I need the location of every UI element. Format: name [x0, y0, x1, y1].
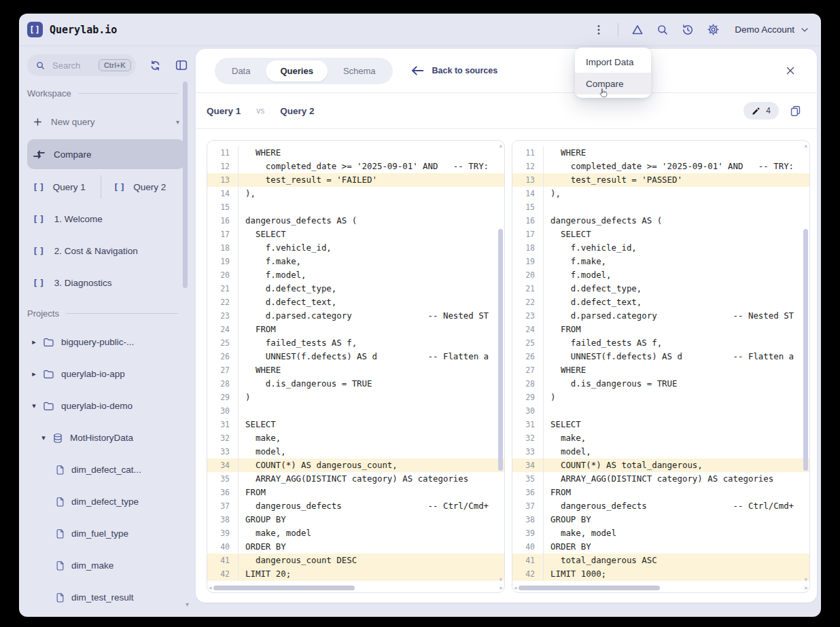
gear-icon[interactable]: [705, 22, 720, 37]
code-line[interactable]: 40ORDER BY: [512, 540, 809, 554]
new-query-button[interactable]: New query ▾: [27, 106, 196, 138]
code-line[interactable]: 34 COUNT(*) AS total_dangerous,: [512, 459, 809, 472]
menu-item-compare[interactable]: Compare: [575, 73, 651, 94]
code-line[interactable]: 29): [207, 391, 504, 404]
code-line[interactable]: 38GROUP BY: [207, 513, 504, 526]
code-line[interactable]: 23 d.parsed.category -- Nested ST: [207, 309, 504, 323]
query-1-editor[interactable]: 11 WHERE12 completed_date >= '2025-09-01…: [207, 140, 505, 593]
code-line[interactable]: 19 f.make,: [512, 255, 809, 268]
vertical-scrollbar[interactable]: [498, 229, 503, 471]
scroll-right-icon[interactable]: ▸: [805, 585, 808, 591]
caret-down-icon[interactable]: ▾: [39, 433, 48, 442]
close-icon[interactable]: [784, 65, 797, 77]
sidebar-scroll-down-icon[interactable]: ▾: [186, 601, 189, 608]
code-line[interactable]: 22 d.defect_text,: [207, 295, 504, 309]
tree-item-folder[interactable]: ▸querylab-io-app: [27, 358, 196, 390]
search-box[interactable]: Ctrl+K: [27, 54, 136, 76]
code-line[interactable]: 29): [512, 391, 809, 404]
edit-count-button[interactable]: 4: [743, 102, 779, 120]
code-line[interactable]: 23 d.parsed.category -- Nested ST: [512, 309, 809, 323]
code-line[interactable]: 42LIMIT 1000;: [512, 567, 809, 581]
sidebar-item-query-2[interactable]: [] Query 2: [113, 182, 167, 192]
tab-queries[interactable]: Queries: [266, 60, 327, 82]
tree-item-folder[interactable]: ▸bigquery-public-...: [27, 326, 196, 358]
code-line[interactable]: 21 d.defect_type,: [207, 282, 504, 295]
code-line[interactable]: 33 model,: [207, 445, 504, 459]
code-line[interactable]: 31SELECT: [512, 418, 809, 431]
code-line[interactable]: 30: [207, 404, 504, 418]
caret-down-icon[interactable]: ▾: [30, 401, 38, 410]
code-line[interactable]: 15: [207, 200, 504, 214]
code-line[interactable]: 12 completed_date >= '2025-09-01' AND --…: [207, 160, 504, 173]
account-menu[interactable]: Demo Account: [735, 24, 810, 35]
query-2-editor[interactable]: 11 WHERE12 completed_date >= '2025-09-01…: [512, 140, 810, 593]
code-line[interactable]: 18 f.vehicle_id,: [512, 241, 809, 255]
tree-item-table[interactable]: dim_test_result: [27, 581, 196, 613]
code-line[interactable]: 40ORDER BY: [207, 540, 504, 554]
code-line[interactable]: 37 dangerous_defects -- Ctrl/Cmd+: [207, 499, 504, 513]
back-to-sources-link[interactable]: Back to sources: [410, 65, 498, 76]
code-line[interactable]: 14),: [512, 187, 809, 200]
tab-data[interactable]: Data: [217, 60, 264, 82]
tree-item-database[interactable]: ▾MotHistoryData: [27, 422, 196, 454]
code-line[interactable]: 19 f.make,: [207, 255, 504, 268]
vertical-scrollbar[interactable]: [803, 229, 808, 471]
code-line[interactable]: 41 dangerous_count DESC: [207, 554, 504, 567]
code-line[interactable]: 20 f.model,: [512, 268, 809, 282]
sidebar-item-cost-navigation[interactable]: [] 2. Cost & Navigation: [27, 235, 196, 267]
code-line[interactable]: 18 f.vehicle_id,: [207, 241, 504, 255]
code-line[interactable]: 26 UNNEST(f.defects) AS d -- Flatten a: [512, 350, 809, 363]
tree-item-table[interactable]: dim_defect_cat...: [27, 454, 196, 486]
tab-schema[interactable]: Schema: [329, 60, 390, 82]
code-line[interactable]: 32 make,: [512, 431, 809, 445]
code-line[interactable]: 30: [512, 404, 809, 418]
code-line[interactable]: 20 f.model,: [207, 268, 504, 282]
code-line[interactable]: 12 completed_date >= '2025-09-01' AND --…: [512, 160, 809, 173]
horizontal-scrollbar[interactable]: [519, 586, 660, 590]
caret-right-icon[interactable]: ▸: [30, 370, 38, 378]
code-line[interactable]: 31SELECT: [207, 418, 504, 431]
code-line[interactable]: 36FROM: [512, 486, 809, 499]
code-line[interactable]: 13 test_result = 'FAILED': [207, 173, 504, 187]
caret-right-icon[interactable]: ▸: [30, 338, 38, 346]
horizontal-scrollbar[interactable]: [213, 586, 355, 590]
code-line[interactable]: 39 make, model: [207, 526, 504, 540]
code-line[interactable]: 33 model,: [512, 445, 809, 459]
sidebar-scrollbar[interactable]: [183, 82, 188, 288]
code-line[interactable]: 16dangerous_defects AS (: [207, 214, 504, 228]
scroll-right-icon[interactable]: ▸: [500, 585, 503, 591]
scroll-down-icon[interactable]: ▾: [499, 577, 502, 583]
scroll-up-icon[interactable]: ▴: [499, 143, 502, 149]
code-line[interactable]: 27 WHERE: [512, 363, 809, 377]
code-line[interactable]: 13 test_result = 'PASSED': [512, 173, 809, 187]
sidebar-item-diagnostics[interactable]: [] 3. Diagnostics: [27, 267, 196, 299]
code-line[interactable]: 38GROUP BY: [512, 513, 809, 526]
sidebar-toggle-icon[interactable]: [174, 58, 189, 73]
scroll-left-icon[interactable]: ◂: [514, 585, 517, 591]
sidebar-item-compare[interactable]: Compare: [27, 139, 185, 169]
refresh-icon[interactable]: [147, 58, 162, 73]
code-line[interactable]: 15: [512, 200, 809, 214]
scroll-down-icon[interactable]: ▾: [804, 577, 807, 583]
code-line[interactable]: 24 FROM: [207, 323, 504, 336]
code-line[interactable]: 28 d.is_dangerous = TRUE: [512, 377, 809, 391]
search-icon[interactable]: [655, 22, 670, 37]
code-line[interactable]: 17 SELECT: [207, 228, 504, 241]
code-line[interactable]: 39 make, model: [512, 526, 809, 540]
scroll-up-icon[interactable]: ▴: [804, 143, 807, 149]
code-line[interactable]: 25 failed_tests AS f,: [512, 336, 809, 350]
history-icon[interactable]: [680, 22, 695, 37]
code-line[interactable]: 17 SELECT: [512, 228, 809, 241]
code-line[interactable]: 16dangerous_defects AS (: [512, 214, 809, 228]
code-line[interactable]: 14),: [207, 187, 504, 200]
code-line[interactable]: 37 dangerous_defects -- Ctrl/Cmd+: [512, 499, 809, 513]
code-line[interactable]: 26 UNNEST(f.defects) AS d -- Flatten a: [207, 350, 504, 363]
tree-item-table[interactable]: dim_make: [27, 550, 196, 581]
scroll-left-icon[interactable]: ◂: [209, 585, 212, 591]
code-line[interactable]: 27 WHERE: [207, 363, 504, 377]
tree-item-table[interactable]: dim_defect_type: [27, 486, 196, 518]
tree-item-folder[interactable]: ▾querylab-io-demo: [27, 390, 196, 422]
copy-icon[interactable]: [789, 105, 802, 118]
code-line[interactable]: 11 WHERE: [512, 146, 809, 160]
code-line[interactable]: 22 d.defect_text,: [512, 295, 809, 309]
